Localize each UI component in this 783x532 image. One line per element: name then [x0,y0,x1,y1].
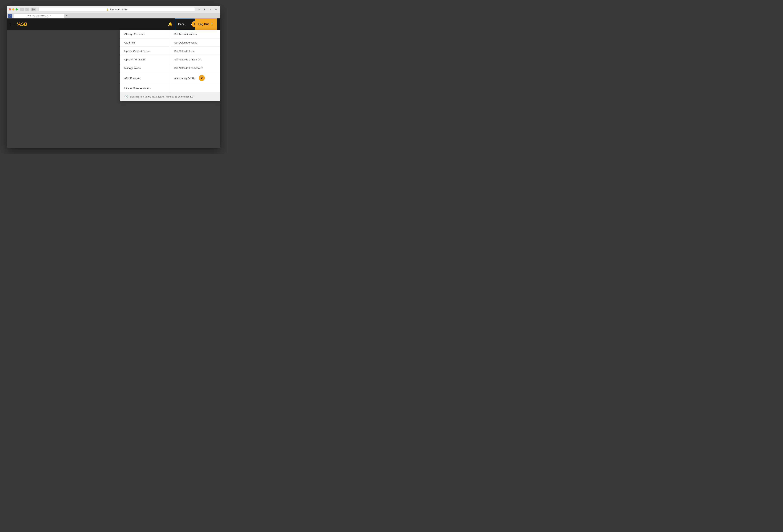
asb-logo-text: 'ASB [17,22,27,27]
browser-window: ‹ › 🔒 ASB Bank Limited ↻ ⬇ ⬆ ⧉ f ASB Fas… [7,6,220,148]
svg-rect-3 [33,10,35,10]
hamburger-line-3 [10,25,14,25]
hamburger-line-1 [10,23,14,23]
download-button[interactable]: ⬇ [202,7,207,12]
fullscreen-button[interactable] [15,8,18,10]
bell-icon: 🔔 [168,22,173,26]
last-login-today: Today [145,96,151,98]
menu-item-change-password-label: Change Password [124,33,145,36]
menu-item-set-netcode-fee-account-label: Set Netcode Fee Account [174,67,203,69]
title-bar: ‹ › 🔒 ASB Bank Limited ↻ ⬇ ⬆ ⧉ [7,6,220,13]
menu-item-set-default-account[interactable]: Set Default Account [170,38,220,47]
tab-label: ASB FastNet: Balances [27,14,48,17]
menu-grid: Change Password Set Account Names Card P… [120,30,220,92]
last-login-time: at 10:22a.m., Monday 25 September 2017 [151,96,195,98]
user-dropdown-menu: Change Password Set Account Names Card P… [120,30,220,101]
sidebar-toggle-button[interactable] [31,8,36,11]
menu-item-set-netcode-limit-label: Set Netcode Limit [174,49,194,53]
hamburger-line-2 [10,24,14,24]
menu-item-set-account-names-label: Set Account Names [174,33,197,36]
share-button[interactable]: ⬆ [208,7,213,12]
menu-item-empty [170,84,220,92]
logout-label: Log Out [198,23,209,26]
menu-item-set-account-names[interactable]: Set Account Names [170,30,220,38]
menu-item-set-netcode-fee-account[interactable]: Set Netcode Fee Account [170,64,220,72]
asb-logo: 'ASB [17,22,27,27]
menu-item-accounting-setup-label: Accounting Set Up [174,77,195,79]
badge-2: 2 [199,75,205,81]
browser-tab[interactable]: ASB FastNet: Balances ✕ [13,14,64,18]
menu-item-manage-alerts[interactable]: Manage Alerts [120,64,170,72]
tab-bar: f ASB FastNet: Balances ✕ + [7,13,220,19]
menu-item-accounting-setup[interactable]: Accounting Set Up 2 [170,72,220,84]
address-bar[interactable]: 🔒 ASB Bank Limited [39,7,195,12]
logout-button[interactable]: Log Out 🔒 [195,19,217,30]
notifications-button[interactable]: 🔔 [165,19,175,30]
menu-item-atm-favourite[interactable]: ATM Favourite [120,72,170,84]
tab-overview-button[interactable]: ⧉ [214,7,218,12]
address-text: ASB Bank Limited [110,8,128,11]
browser-actions: ⬇ ⬆ ⧉ [202,7,218,12]
menu-item-update-contact-details-label: Update Contact Details [124,49,150,53]
forward-button[interactable]: › [25,8,29,11]
menu-item-manage-alerts-label: Manage Alerts [124,67,140,69]
user-menu-button[interactable]: Isabel 1 ▾ [175,19,195,30]
menu-item-hide-show-accounts[interactable]: Hide or Show Accounts [120,84,170,92]
minimize-button[interactable] [12,8,14,10]
traffic-lights [9,8,18,10]
header-right: 🔔 Isabel 1 ▾ Log Out 🔒 [165,19,217,30]
content-area: 'ASB 🔔 Isabel 1 ▾ Log Out 🔒 [7,19,220,148]
menu-item-set-netcode-sign-on-label: Set Netcode at Sign On [174,58,201,61]
logout-lock-icon: 🔒 [210,23,214,26]
menu-item-set-default-account-label: Set Default Account [174,41,197,44]
menu-item-set-netcode-sign-on[interactable]: Set Netcode at Sign On [170,55,220,64]
hamburger-menu-button[interactable] [10,23,14,25]
badge-1: 1 [192,21,198,27]
menu-item-card-pin-label: Card PIN [124,41,135,44]
tab-close-icon[interactable]: ✕ [50,14,51,17]
ssl-lock-icon: 🔒 [106,8,109,11]
svg-rect-2 [33,9,35,10]
menu-item-update-tax-details[interactable]: Update Tax Details [120,55,170,64]
back-button[interactable]: ‹ [20,8,24,11]
menu-item-update-contact-details[interactable]: Update Contact Details [120,47,170,55]
menu-item-update-tax-details-label: Update Tax Details [124,58,146,61]
menu-item-atm-favourite-label: ATM Favourite [124,77,141,79]
reload-button[interactable]: ↻ [196,7,201,12]
svg-rect-0 [32,8,33,10]
new-tab-button[interactable]: + [65,14,68,18]
menu-item-hide-show-accounts-label: Hide or Show Accounts [124,87,151,90]
asb-header: 'ASB 🔔 Isabel 1 ▾ Log Out 🔒 [7,19,220,30]
close-button[interactable] [9,8,11,10]
menu-item-set-netcode-limit[interactable]: Set Netcode Limit [170,47,220,55]
clock-icon: 🕐 [124,95,128,99]
last-login-text: Last logged in Today at 10:22a.m., Monda… [130,96,195,98]
svg-rect-1 [33,9,35,9]
menu-item-change-password[interactable]: Change Password [120,30,170,38]
facebook-bookmark[interactable]: f [8,14,12,18]
last-login-bar: 🕐 Last logged in Today at 10:22a.m., Mon… [120,92,220,101]
menu-item-card-pin[interactable]: Card PIN [120,38,170,47]
user-name-label: Isabel [178,23,185,26]
nav-buttons: ‹ › [20,8,29,11]
